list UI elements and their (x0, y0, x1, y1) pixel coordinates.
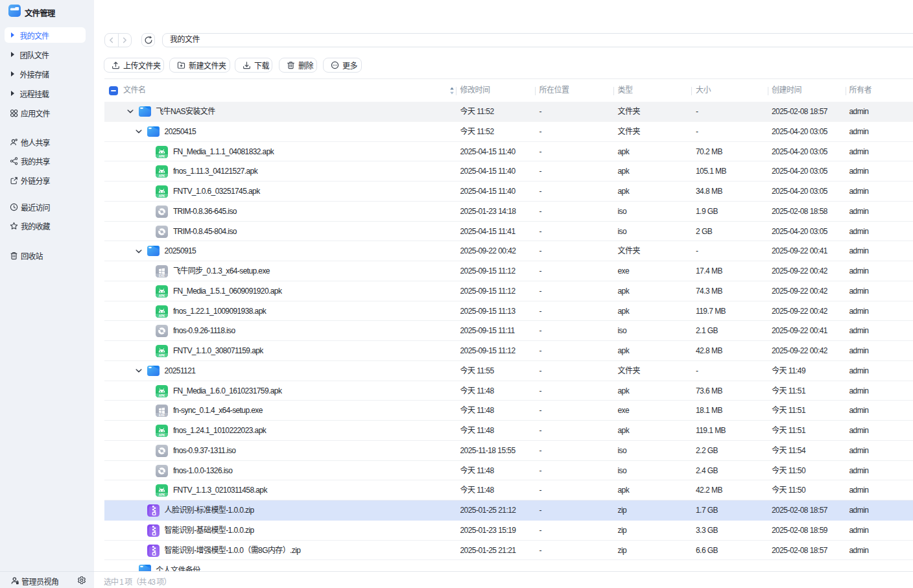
svg-text:EXE: EXE (159, 274, 165, 277)
svg-text:APK: APK (159, 434, 165, 437)
svg-text:APK: APK (159, 493, 165, 497)
svg-text:APK: APK (159, 174, 165, 178)
svg-text:APK: APK (159, 294, 165, 297)
svg-text:EXE: EXE (159, 414, 165, 417)
svg-text:APK: APK (159, 314, 165, 317)
svg-text:APK: APK (159, 154, 165, 158)
svg-text:APK: APK (159, 354, 165, 357)
svg-text:APK: APK (159, 394, 165, 397)
svg-text:APK: APK (159, 194, 165, 198)
